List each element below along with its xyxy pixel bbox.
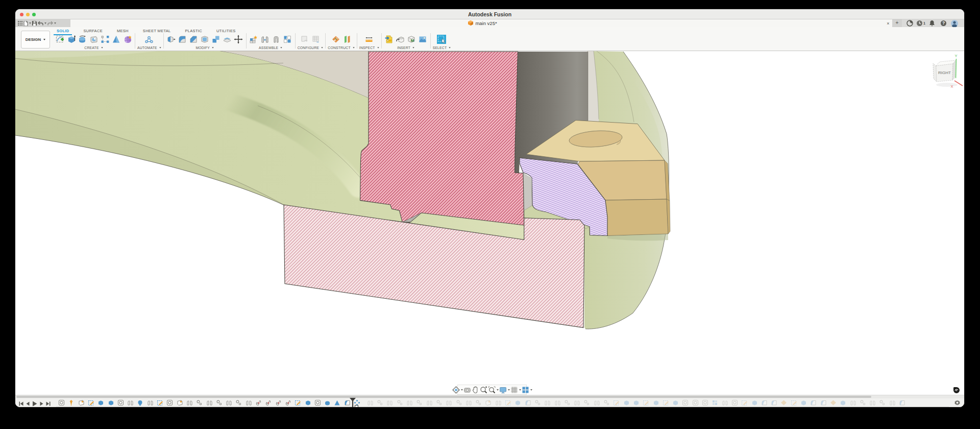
chamfer-icon[interactable] <box>188 33 199 45</box>
timeline-feature-joint-origin[interactable] <box>235 399 242 406</box>
split-body-icon[interactable] <box>222 33 233 45</box>
fillet-icon[interactable] <box>177 33 188 45</box>
configuration-insert-icon[interactable] <box>311 33 322 45</box>
create-sketch-icon[interactable] <box>55 33 65 45</box>
timeline-feature-joint-suppressed[interactable] <box>426 399 433 406</box>
timeline-feature-fillet-suppressed[interactable] <box>820 399 827 406</box>
step-forward-icon[interactable] <box>39 401 44 406</box>
timeline-feature-component-suppressed[interactable] <box>702 399 708 406</box>
titlebar[interactable]: Autodesk Fusion <box>15 9 964 19</box>
timeline-feature-construct-suppressed[interactable] <box>780 399 787 406</box>
help-icon[interactable]: ? <box>938 20 949 27</box>
go-to-start-icon[interactable] <box>19 401 23 406</box>
timeline-feature-joint-origin-suppressed[interactable] <box>377 399 383 406</box>
workspace-selector[interactable]: DESIGN <box>21 31 50 49</box>
timeline-feature-joint-suppressed[interactable] <box>406 399 413 406</box>
viewports-icon[interactable] <box>522 386 532 394</box>
group-label-automate[interactable]: AUTOMATE <box>137 46 161 50</box>
timeline-feature-component[interactable] <box>117 399 124 406</box>
group-label-inspect[interactable]: INSPECT <box>359 46 379 50</box>
timeline-feature-joint-red[interactable] <box>285 399 291 406</box>
extensions-icon[interactable] <box>904 20 915 27</box>
group-label-construct[interactable]: CONSTRUCT <box>328 46 354 50</box>
document-tab[interactable]: main v25* <box>15 19 950 27</box>
timeline-feature-pin[interactable] <box>68 399 75 406</box>
group-label-assemble[interactable]: ASSEMBLE <box>259 46 282 50</box>
play-icon[interactable] <box>32 401 37 407</box>
timeline-feature-hole[interactable] <box>177 399 183 406</box>
group-label-modify[interactable]: MODIFY <box>195 46 214 50</box>
group-label-create[interactable]: CREATE <box>84 46 103 50</box>
timeline-feature-joint-suppressed[interactable] <box>722 399 728 406</box>
timeline-feature-extrude[interactable] <box>108 399 114 406</box>
timeline-feature-joint-origin-suppressed[interactable] <box>475 399 482 406</box>
pattern-icon[interactable] <box>100 33 110 45</box>
timeline-feature-joint-suppressed[interactable] <box>386 399 393 406</box>
timeline-feature-joint-suppressed[interactable] <box>367 399 374 406</box>
timeline-feature-joint-suppressed[interactable] <box>594 399 600 406</box>
step-back-icon[interactable] <box>26 401 30 406</box>
fit-icon[interactable] <box>488 386 499 394</box>
viewport-canvas[interactable]: RIGHT Y X <box>15 51 965 395</box>
timeline-feature-extrude-suppressed[interactable] <box>840 399 846 406</box>
timeline-scrollbar-thumb[interactable] <box>16 396 871 398</box>
timeline-feature-component-suppressed[interactable] <box>731 399 738 406</box>
timeline-feature-joint-origin[interactable] <box>196 399 203 406</box>
timeline-feature-joint-suppressed[interactable] <box>889 399 896 406</box>
move-icon[interactable] <box>233 33 244 45</box>
timeline-feature-loft[interactable] <box>334 399 340 406</box>
loft-icon[interactable] <box>111 33 121 45</box>
as-built-joint-icon[interactable] <box>271 33 282 45</box>
timeline-feature-sketch-suppressed[interactable] <box>791 399 797 406</box>
timeline-feature-extrude-suppressed[interactable] <box>751 399 758 406</box>
pan-icon[interactable] <box>472 386 479 394</box>
construct-plane-icon[interactable] <box>330 33 341 45</box>
timeline-feature-hole-suppressed[interactable] <box>485 399 492 406</box>
timeline-feature-sketch-suppressed[interactable] <box>741 399 748 406</box>
timeline-feature-extrude[interactable] <box>97 399 104 406</box>
timeline-feature-joint-origin-suppressed[interactable] <box>860 399 866 406</box>
timeline-feature-joint-suppressed[interactable] <box>465 399 472 406</box>
measure-icon[interactable] <box>364 33 375 45</box>
timeline-feature-component[interactable] <box>314 399 321 406</box>
group-label-select[interactable]: SELECT <box>433 46 451 50</box>
timeline-feature-joint-suppressed[interactable] <box>544 399 551 406</box>
press-pull-icon[interactable] <box>166 33 177 45</box>
timeline-feature-joint[interactable] <box>147 399 154 406</box>
new-component-icon[interactable] <box>249 33 259 45</box>
timeline-feature-joint[interactable] <box>127 399 134 406</box>
viewcube[interactable]: RIGHT Y X <box>928 53 965 97</box>
timeline-feature-hole[interactable] <box>78 399 85 406</box>
extrude-icon[interactable] <box>66 33 77 45</box>
timeline-feature-grid-pattern-suppressed[interactable] <box>712 399 718 406</box>
timeline-feature-component-suppressed[interactable] <box>682 399 689 406</box>
timeline-feature-joint-origin-suppressed[interactable] <box>416 399 423 406</box>
go-to-end-icon[interactable] <box>46 401 51 406</box>
derive-icon[interactable] <box>395 33 406 45</box>
close-tab-button[interactable]: × <box>884 21 892 26</box>
timeline-feature-joint-origin-suppressed[interactable] <box>603 399 610 406</box>
timeline-feature-sketch-suppressed[interactable] <box>613 399 620 406</box>
timeline-feature-joint-origin-suppressed[interactable] <box>583 399 590 406</box>
timeline-feature-joint-red[interactable] <box>255 399 262 406</box>
timeline-feature-fillet-suppressed[interactable] <box>761 399 768 406</box>
timeline-feature-joint-suppressed[interactable] <box>554 399 561 406</box>
performance-icon[interactable] <box>953 387 960 393</box>
timeline-feature-sketch[interactable] <box>88 399 94 406</box>
timeline-feature-joint-origin-suppressed[interactable] <box>456 399 462 406</box>
orbit-icon[interactable] <box>452 386 463 394</box>
timeline-feature-fillet-suppressed[interactable] <box>810 399 817 406</box>
timeline-feature-extrude-suppressed[interactable] <box>623 399 630 406</box>
insert-mcmaster-icon[interactable]: M <box>406 33 417 45</box>
job-status-icon[interactable]: 1 <box>915 20 926 27</box>
timeline-feature-joint-origin-suppressed[interactable] <box>397 399 403 406</box>
timeline-feature-component[interactable] <box>166 399 173 406</box>
timeline-feature-fillet-suppressed[interactable] <box>525 399 531 406</box>
timeline-feature-fillet-suppressed[interactable] <box>899 399 905 406</box>
timeline-feature-joint-origin-suppressed[interactable] <box>436 399 443 406</box>
timeline-feature-construct-suppressed[interactable] <box>830 399 837 406</box>
grid-icon[interactable] <box>510 386 521 394</box>
hole-icon[interactable] <box>88 33 99 45</box>
timeline-feature-joint-origin-suppressed[interactable] <box>879 399 886 406</box>
timeline-feature-joint-red[interactable] <box>275 399 282 406</box>
